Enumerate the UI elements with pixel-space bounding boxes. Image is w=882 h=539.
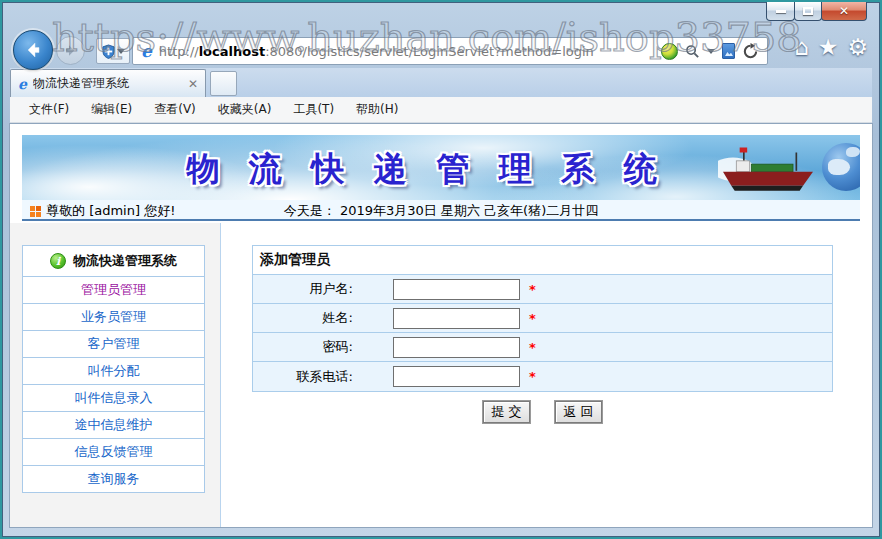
- page-viewport: 物 流 快 递 管 理 系 统 尊敬的 [admin] 您好!: [10, 124, 872, 527]
- return-button[interactable]: 返 回: [555, 401, 602, 423]
- sidebar-item-label: 途中信息维护: [75, 416, 153, 434]
- search-icon[interactable]: [685, 44, 700, 59]
- password-label: 密码:: [253, 338, 393, 356]
- sidebar-header: i 物流快递管理系统: [22, 245, 205, 277]
- maximize-icon: [803, 7, 813, 15]
- sidebar-header-label: 物流快递管理系统: [73, 252, 177, 270]
- url-text: http://localhost:8080/logistics/servlet/…: [159, 44, 661, 59]
- banner-title: 物 流 快 递 管 理 系 统: [22, 147, 830, 192]
- form-row-name: 姓名: *: [253, 304, 832, 333]
- tab-row: e 物流快递管理系统 ✕: [10, 68, 872, 97]
- sidebar-item-admin-management[interactable]: 管理员管理: [22, 276, 205, 304]
- sidebar-item-feedback-management[interactable]: 信息反馈管理: [22, 438, 205, 466]
- settings-gear-icon[interactable]: ⚙: [847, 36, 868, 59]
- phone-input[interactable]: [393, 366, 520, 387]
- name-label: 姓名:: [253, 309, 393, 327]
- forward-button[interactable]: [56, 36, 85, 65]
- forward-arrow-icon: [63, 43, 78, 58]
- username-input[interactable]: [393, 279, 520, 300]
- required-asterisk: *: [529, 369, 536, 384]
- form-table: 添加管理员 用户名: * 姓名: * 密码: * 联系电话: *: [252, 245, 833, 392]
- form-buttons: 提 交 返 回: [252, 401, 833, 423]
- phone-label: 联系电话:: [253, 368, 393, 386]
- sidebar-item-transit-maintenance[interactable]: 途中信息维护: [22, 411, 205, 439]
- password-input[interactable]: [393, 337, 520, 358]
- sidebar-item-pickup-entry[interactable]: 叫件信息录入: [22, 384, 205, 412]
- submit-button[interactable]: 提 交: [483, 401, 530, 423]
- tab-close-icon[interactable]: ✕: [188, 77, 198, 91]
- tab-logistics-system[interactable]: e 物流快递管理系统 ✕: [10, 69, 206, 97]
- sidebar-item-pickup-assignment[interactable]: 叫件分配: [22, 357, 205, 385]
- menu-bar: 文件(F) 编辑(E) 查看(V) 收藏夹(A) 工具(T) 帮助(H): [10, 97, 872, 123]
- shield-plus-icon: [102, 44, 115, 59]
- favorites-star-icon[interactable]: ★: [818, 36, 839, 59]
- back-button[interactable]: [13, 30, 53, 70]
- sidebar-item-customer-management[interactable]: 客户管理: [22, 330, 205, 358]
- browser-toolbar: ⌂ ★ ⚙: [794, 36, 868, 59]
- sidebar-item-label: 叫件信息录入: [75, 389, 153, 407]
- name-input[interactable]: [393, 308, 520, 329]
- menu-view[interactable]: 查看(V): [143, 97, 207, 122]
- sidebar-item-salesman-management[interactable]: 业务员管理: [22, 303, 205, 331]
- status-bar: 尊敬的 [admin] 您好! 今天是： 2019年3月30日 星期六 己亥年(…: [22, 200, 860, 221]
- window-controls: ✕: [767, 2, 867, 21]
- sidebar-item-label: 叫件分配: [88, 362, 140, 380]
- sidebar-item-label: 管理员管理: [81, 281, 146, 299]
- refresh-icon[interactable]: [742, 43, 759, 60]
- form-row-username: 用户名: *: [253, 275, 832, 304]
- form-row-password: 密码: *: [253, 333, 832, 362]
- form-row-phone: 联系电话: *: [253, 362, 832, 391]
- today-date-text: 今天是： 2019年3月30日 星期六 己亥年(猪)二月廿四: [22, 202, 860, 220]
- menu-favorites[interactable]: 收藏夹(A): [207, 97, 283, 122]
- menu-edit[interactable]: 编辑(E): [80, 97, 143, 122]
- sidebar-item-query-service[interactable]: 查询服务: [22, 465, 205, 493]
- back-arrow-icon: [23, 40, 43, 60]
- menu-tools[interactable]: 工具(T): [282, 97, 345, 122]
- close-icon: ✕: [839, 5, 849, 17]
- sidebar-item-label: 查询服务: [88, 470, 140, 488]
- caret-down-icon: [117, 49, 125, 54]
- menu-help[interactable]: 帮助(H): [345, 97, 409, 122]
- close-button[interactable]: ✕: [821, 2, 867, 21]
- home-icon[interactable]: ⌂: [794, 36, 809, 59]
- minimize-button[interactable]: [766, 2, 795, 21]
- ie-favicon: e: [141, 41, 152, 61]
- add-admin-form: 添加管理员 用户名: * 姓名: * 密码: * 联系电话: *: [252, 245, 833, 423]
- tab-title: 物流快递管理系统: [33, 75, 188, 92]
- sidebar: i 物流快递管理系统 管理员管理 业务员管理 客户管理 叫件分配 叫件信息录入 …: [10, 223, 221, 527]
- menu-file[interactable]: 文件(F): [18, 97, 80, 122]
- search-dropdown-caret-icon[interactable]: [707, 49, 715, 54]
- url-host: localhost: [199, 44, 265, 59]
- required-asterisk: *: [529, 311, 536, 326]
- sidebar-item-label: 信息反馈管理: [75, 443, 153, 461]
- compatibility-page-icon[interactable]: [722, 43, 735, 59]
- ie-tab-icon: e: [18, 76, 27, 92]
- cargo-ship-illustration: [718, 144, 818, 196]
- browser-window: https://www.huzhan.com/ishop33758 ✕ e ht…: [0, 0, 882, 539]
- sidebar-item-label: 业务员管理: [81, 308, 146, 326]
- addon-orb-icon[interactable]: [661, 43, 678, 60]
- sidebar-menu: i 物流快递管理系统 管理员管理 业务员管理 客户管理 叫件分配 叫件信息录入 …: [22, 245, 205, 493]
- banner-image: 物 流 快 递 管 理 系 统: [22, 135, 860, 200]
- required-asterisk: *: [529, 282, 536, 297]
- address-bar[interactable]: e http://localhost:8080/logistics/servle…: [132, 37, 768, 65]
- required-asterisk: *: [529, 340, 536, 355]
- form-title: 添加管理员: [253, 246, 832, 275]
- maximize-button[interactable]: [794, 2, 822, 21]
- username-label: 用户名:: [253, 280, 393, 298]
- new-tab-button[interactable]: [210, 71, 237, 96]
- minimize-icon: [776, 10, 786, 13]
- info-icon: i: [50, 253, 66, 269]
- compatibility-shield-button[interactable]: [96, 38, 130, 64]
- sidebar-item-label: 客户管理: [88, 335, 140, 353]
